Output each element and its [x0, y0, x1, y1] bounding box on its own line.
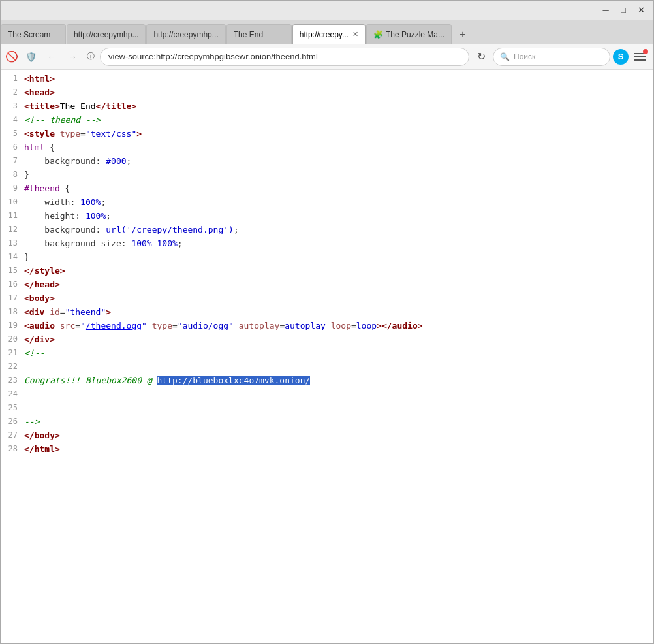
- source-line: 25: [1, 402, 653, 415]
- minimize-button[interactable]: ─: [597, 3, 614, 18]
- source-line: 2 <head>: [1, 86, 653, 100]
- menu-badge: [643, 49, 648, 54]
- new-tab-button[interactable]: +: [454, 25, 472, 44]
- search-placeholder: Поиск: [514, 52, 535, 61]
- tab-label: The Scream: [8, 30, 50, 39]
- source-line: 5 <style type="text/css">: [1, 127, 653, 141]
- source-line: 18 <div id="theend">: [1, 306, 653, 319]
- puzzle-icon: 🧩: [373, 30, 382, 39]
- tab-label: The End: [234, 30, 263, 39]
- source-line: 17 <body>: [1, 292, 653, 306]
- back-button[interactable]: ←: [42, 48, 61, 66]
- source-line: 14 }: [1, 251, 653, 265]
- search-icon: 🔍: [500, 52, 510, 61]
- source-line: 3 <title>The End</title>: [1, 100, 653, 114]
- source-line: 27 </body>: [1, 429, 653, 443]
- source-line: 11 height: 100%;: [1, 210, 653, 223]
- tab-label: The Puzzle Ma...: [386, 30, 444, 39]
- source-line: 9 #theend {: [1, 182, 653, 196]
- tab-creepy-2[interactable]: http://creepymhp...: [146, 24, 225, 44]
- source-view: 1 <html> 2 <head> 3 <title>The End</titl…: [1, 70, 653, 459]
- source-line: 8 }: [1, 169, 653, 182]
- tab-label: http://creepymhp...: [74, 30, 138, 39]
- tab-close-button[interactable]: ✕: [352, 30, 358, 39]
- content-area: 1 <html> 2 <head> 3 <title>The End</titl…: [1, 70, 653, 643]
- menu-button[interactable]: [631, 48, 649, 66]
- refresh-button[interactable]: ↻: [472, 48, 490, 66]
- source-line: 4 <!-- theend -->: [1, 114, 653, 127]
- shield-dropdown[interactable]: 🛡️: [22, 48, 40, 66]
- no-entry-icon[interactable]: 🚫: [5, 50, 19, 64]
- tab-creepy-1[interactable]: http://creepymhp...: [67, 24, 146, 44]
- source-line: 23 Congrats!!! Bluebox2600 @ http://blue…: [1, 374, 653, 388]
- source-line: 20 </div>: [1, 333, 653, 347]
- tabs-bar: The Scream http://creepymhp... http://cr…: [1, 20, 653, 44]
- source-line: 24: [1, 388, 653, 402]
- source-line: 21 <!--: [1, 347, 653, 361]
- source-line: 6 html {: [1, 141, 653, 155]
- address-bar: 🚫 🛡️ ← → ⓘ view-source:http://creepymhpg…: [1, 44, 653, 70]
- tab-the-end[interactable]: The End: [226, 24, 292, 44]
- source-line: 15 </style>: [1, 265, 653, 278]
- skype-icon[interactable]: S: [613, 49, 629, 65]
- tab-label: http://creepy...: [300, 30, 349, 39]
- tab-creepy-active[interactable]: http://creepy... ✕: [292, 24, 366, 44]
- forward-button[interactable]: →: [63, 48, 82, 66]
- source-line: 28 </html>: [1, 443, 653, 457]
- source-line: 22: [1, 361, 653, 374]
- selected-link: http://blueboxlxc4o7mvk.onion/: [157, 376, 311, 385]
- source-line: 10 width: 100%;: [1, 196, 653, 210]
- title-bar: ─ □ ✕: [1, 1, 653, 20]
- source-line: 16 </head>: [1, 278, 653, 292]
- source-line: 7 background: #000;: [1, 155, 653, 169]
- tab-puzzle[interactable]: 🧩 The Puzzle Ma...: [366, 24, 452, 44]
- source-line: 26 -->: [1, 415, 653, 429]
- info-icon[interactable]: ⓘ: [84, 50, 97, 63]
- url-text: view-source:http://creepymhpgibsewr.onio…: [108, 52, 318, 61]
- close-button[interactable]: ✕: [632, 3, 649, 18]
- search-box[interactable]: 🔍 Поиск: [493, 48, 610, 66]
- browser-window: ─ □ ✕ The Scream http://creepymhp... htt…: [0, 0, 654, 644]
- url-input[interactable]: view-source:http://creepymhpgibsewr.onio…: [100, 48, 469, 66]
- source-line: 12 background: url('/creepy/theend.png')…: [1, 223, 653, 237]
- maximize-button[interactable]: □: [615, 3, 632, 18]
- tab-label: http://creepymhp...: [153, 30, 218, 39]
- tab-the-scream[interactable]: The Scream: [1, 24, 66, 44]
- source-line: 19 <audio src="/theend.ogg" type="audio/…: [1, 319, 653, 333]
- source-line: 1 <html>: [1, 72, 653, 86]
- shield-icon: 🛡️: [25, 52, 37, 62]
- source-line: 13 background-size: 100% 100%;: [1, 237, 653, 251]
